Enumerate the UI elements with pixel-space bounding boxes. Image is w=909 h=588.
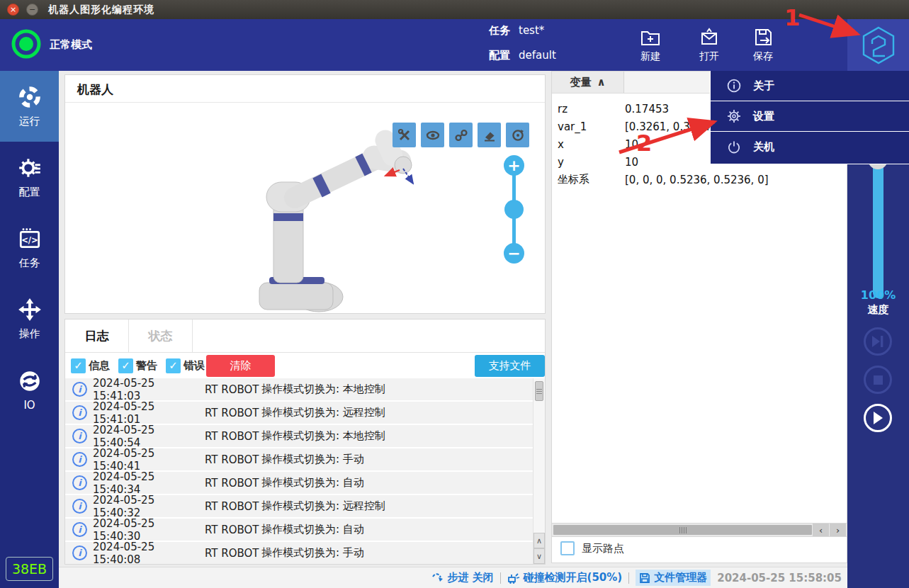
scroll-down-icon[interactable]: ∨ bbox=[533, 548, 545, 564]
tools-button[interactable] bbox=[393, 123, 416, 147]
variables-tab[interactable]: 变量 ∧ bbox=[552, 72, 624, 93]
path-nodes-button[interactable] bbox=[449, 123, 473, 147]
log-row[interactable]: i 2024-05-25 15:40:54 RT ROBOT 操作模式切换为: … bbox=[65, 425, 533, 448]
scroll-left-icon[interactable]: ‹ bbox=[813, 524, 829, 536]
tools-icon bbox=[397, 128, 412, 142]
play-button[interactable] bbox=[864, 404, 892, 432]
warning-filter-checkbox[interactable]: ✓ bbox=[118, 358, 133, 373]
log-source: RT ROBOT bbox=[205, 547, 261, 560]
variable-row[interactable]: 坐标系 [0, 0, 0, 0.5236, 0.5236, 0] bbox=[552, 171, 847, 188]
log-row[interactable]: i 2024-05-25 15:41:01 RT ROBOT 操作模式切换为: … bbox=[65, 402, 533, 425]
save-button[interactable]: 保存 bbox=[743, 21, 783, 68]
speed-slider-track[interactable] bbox=[873, 152, 883, 298]
scroll-up-icon[interactable]: ∧ bbox=[533, 533, 545, 548]
log-source: RT ROBOT bbox=[205, 430, 261, 443]
path-nodes-icon bbox=[454, 128, 468, 142]
collision-detection-status[interactable]: 碰撞检测开启(50%) bbox=[507, 571, 623, 584]
variable-value: 10 bbox=[625, 156, 638, 169]
log-message: 操作模式切换为: 手动 bbox=[261, 546, 533, 560]
log-filter-row: ✓ 信息 ✓ 警告 ✓ 错误 bbox=[65, 353, 545, 378]
info-log-icon: i bbox=[72, 452, 87, 467]
config-label: 配置 bbox=[489, 49, 510, 62]
svg-text:</>: </> bbox=[21, 235, 38, 245]
sidebar-item-label: 配置 bbox=[19, 186, 40, 199]
rotate-icon bbox=[511, 128, 525, 142]
menu-item-shutdown[interactable]: 关机 bbox=[711, 132, 909, 162]
sidebar-item-config[interactable]: 配置 bbox=[0, 142, 59, 213]
statusbar: 步进 关闭 碰撞检测开启(50%) 文件管理器 2024-05-25 15:58… bbox=[59, 567, 847, 588]
tab-status[interactable]: 状态 bbox=[129, 320, 193, 353]
sidebar-item-io[interactable]: IO bbox=[0, 354, 59, 425]
new-button-label: 新建 bbox=[640, 50, 660, 63]
robot-view-panel: 机器人 bbox=[64, 74, 546, 314]
info-log-icon: i bbox=[72, 522, 87, 537]
log-time: 2024-05-25 15:40:08 bbox=[93, 541, 205, 565]
config-icon bbox=[17, 155, 43, 181]
info-log-icon: i bbox=[72, 545, 87, 560]
variable-name: rz bbox=[558, 103, 625, 115]
file-manager-button[interactable]: 文件管理器 bbox=[636, 570, 711, 586]
open-button[interactable]: 打开 bbox=[689, 21, 729, 68]
minimize-glyph: − bbox=[29, 6, 35, 13]
log-row[interactable]: i 2024-05-25 15:40:30 RT ROBOT 操作模式切换为: … bbox=[65, 519, 533, 542]
sidebar-item-run[interactable]: 运行 bbox=[0, 71, 59, 142]
log-list: i 2024-05-25 15:41:03 RT ROBOT 操作模式切换为: … bbox=[65, 378, 533, 565]
log-row[interactable]: i 2024-05-25 15:41:03 RT ROBOT 操作模式切换为: … bbox=[65, 378, 533, 402]
stop-button[interactable] bbox=[864, 366, 892, 394]
log-message: 操作模式切换为: 自动 bbox=[261, 523, 533, 536]
log-row[interactable]: i 2024-05-25 15:40:41 RT ROBOT 操作模式切换为: … bbox=[65, 448, 533, 472]
new-button[interactable]: 新建 bbox=[631, 21, 670, 68]
log-row[interactable]: i 2024-05-25 15:40:32 RT ROBOT 操作模式切换为: … bbox=[65, 495, 533, 519]
config-field: 配置 default bbox=[489, 49, 556, 62]
step-button[interactable] bbox=[864, 327, 892, 356]
sidebar-item-task[interactable]: </> 任务 bbox=[0, 213, 59, 283]
menu-item-about[interactable]: 关于 bbox=[711, 71, 909, 101]
file-manager-icon bbox=[639, 572, 650, 584]
titlebar: × − 机器人图形化编程环境 bbox=[0, 0, 909, 19]
log-message: 操作模式切换为: 远程控制 bbox=[261, 406, 533, 419]
log-scrollbar[interactable]: ∧ ∨ bbox=[533, 378, 545, 565]
visibility-button[interactable] bbox=[421, 123, 444, 147]
collision-detection-label: 碰撞检测开启(50%) bbox=[524, 571, 623, 584]
eraser-button[interactable] bbox=[478, 123, 501, 147]
log-message: 操作模式切换为: 手动 bbox=[261, 453, 533, 466]
log-source: RT ROBOT bbox=[205, 477, 261, 490]
tab-log[interactable]: 日志 bbox=[65, 320, 129, 353]
log-time: 2024-05-25 15:40:30 bbox=[93, 517, 205, 543]
variable-value: 0.17453 bbox=[625, 103, 669, 115]
menu-item-settings[interactable]: 设置 bbox=[711, 101, 909, 132]
app-menu-button[interactable] bbox=[847, 19, 909, 71]
topbar: 正常模式 任务 test* 配置 default 新建 打开 保存 bbox=[0, 19, 909, 71]
scroll-right-icon[interactable]: › bbox=[830, 524, 846, 536]
sidebar-item-operate[interactable]: 操作 bbox=[0, 283, 59, 354]
variable-name: x bbox=[558, 138, 625, 151]
step-mode-status[interactable]: 步进 关闭 bbox=[431, 571, 493, 584]
log-row[interactable]: i 2024-05-25 15:40:34 RT ROBOT 操作模式切换为: … bbox=[65, 472, 533, 495]
variable-name: var_1 bbox=[558, 120, 625, 133]
log-scrollbar-thumb[interactable] bbox=[535, 381, 543, 401]
zoom-slider-handle[interactable] bbox=[504, 200, 524, 219]
variables-hscrollbar[interactable]: ‹ › bbox=[552, 523, 847, 537]
new-folder-icon bbox=[640, 27, 661, 48]
show-waypoints-checkbox[interactable] bbox=[560, 541, 575, 555]
menu-item-label: 关机 bbox=[753, 140, 774, 154]
log-row[interactable]: i 2024-05-25 15:40:08 RT ROBOT 操作模式切换为: … bbox=[65, 542, 533, 565]
menu-item-label: 关于 bbox=[753, 79, 774, 93]
clear-log-button[interactable]: 清除 bbox=[206, 355, 275, 377]
error-filter-label: 错误 bbox=[184, 359, 205, 373]
minimize-icon[interactable]: − bbox=[26, 4, 38, 16]
check-icon: ✓ bbox=[169, 359, 178, 372]
rotate-view-button[interactable] bbox=[506, 123, 529, 147]
menu-item-label: 设置 bbox=[753, 110, 774, 123]
variables-hscrollbar-thumb[interactable] bbox=[553, 525, 812, 535]
sidebar-item-label: 任务 bbox=[19, 256, 40, 270]
zoom-in-button[interactable]: + bbox=[504, 155, 524, 176]
info-filter-checkbox[interactable]: ✓ bbox=[71, 358, 86, 373]
support-files-button[interactable]: 支持文件 bbox=[475, 355, 545, 377]
log-time: 2024-05-25 15:40:32 bbox=[93, 494, 205, 519]
error-filter-checkbox[interactable]: ✓ bbox=[166, 358, 181, 373]
log-time: 2024-05-25 15:40:54 bbox=[93, 424, 205, 449]
zoom-out-button[interactable]: − bbox=[504, 243, 524, 264]
log-panel: 日志 状态 ✓ 信息 ✓ 警告 ✓ 错误 清除 支持文件 i 2024-05-2… bbox=[64, 319, 546, 565]
close-icon[interactable]: × bbox=[7, 4, 19, 16]
